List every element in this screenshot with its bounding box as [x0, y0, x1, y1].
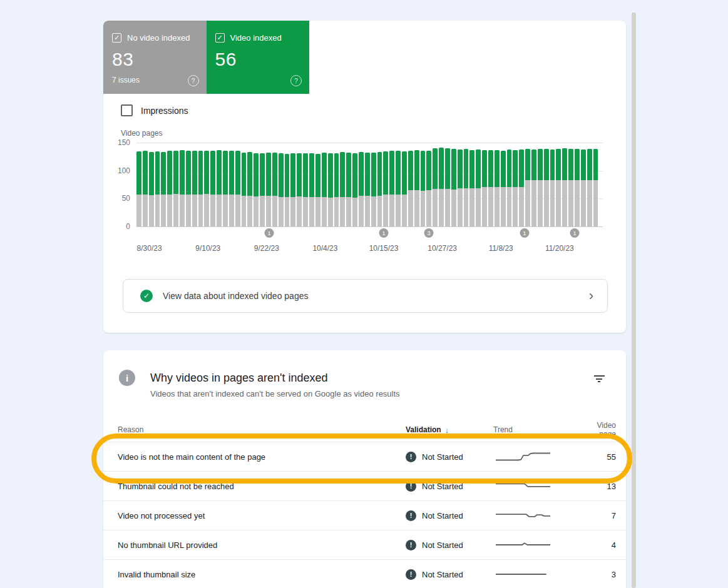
- bar[interactable]: [513, 150, 518, 226]
- bar[interactable]: [445, 148, 450, 226]
- issue-row[interactable]: Thumbnail could not be reached!Not Start…: [103, 471, 626, 500]
- bar[interactable]: [365, 153, 370, 226]
- bar[interactable]: [173, 151, 178, 226]
- bar[interactable]: [568, 149, 573, 226]
- bar[interactable]: [519, 150, 524, 226]
- bar[interactable]: [562, 148, 567, 226]
- bar[interactable]: [501, 151, 506, 226]
- bar[interactable]: [458, 150, 463, 226]
- annotation-badge[interactable]: 1: [520, 228, 529, 238]
- bar[interactable]: [346, 153, 351, 226]
- column-header-trend[interactable]: Trend: [493, 425, 578, 434]
- column-header-video-page[interactable]: Video page: [578, 421, 616, 438]
- bar[interactable]: [210, 151, 215, 226]
- bar[interactable]: [155, 151, 160, 226]
- bar[interactable]: [334, 153, 339, 226]
- annotation-badge[interactable]: 1: [570, 228, 580, 238]
- bar[interactable]: [192, 151, 197, 226]
- column-header-reason[interactable]: Reason: [118, 425, 406, 434]
- bar[interactable]: [167, 151, 172, 226]
- issue-row[interactable]: Video not processed yet!Not Started7: [103, 500, 626, 530]
- bar[interactable]: [544, 149, 549, 226]
- annotation-badge[interactable]: 1: [265, 228, 274, 238]
- annotation-badge[interactable]: 3: [424, 228, 434, 238]
- bar[interactable]: [469, 150, 474, 226]
- bar[interactable]: [266, 153, 271, 226]
- bar[interactable]: [414, 150, 419, 226]
- bar[interactable]: [389, 151, 394, 226]
- impressions-toggle[interactable]: Impressions: [121, 104, 188, 116]
- bar[interactable]: [359, 152, 364, 226]
- summary-tile-no-video-indexed[interactable]: ✓ No video indexed 83 7 issues ?: [103, 21, 207, 94]
- bar[interactable]: [303, 153, 308, 226]
- bar[interactable]: [204, 151, 209, 226]
- checkbox-checked-icon[interactable]: ✓: [215, 33, 225, 43]
- bar[interactable]: [247, 152, 252, 226]
- bar[interactable]: [254, 153, 259, 226]
- bar[interactable]: [507, 150, 512, 226]
- bar[interactable]: [149, 152, 154, 226]
- bar[interactable]: [285, 154, 290, 226]
- help-icon[interactable]: ?: [188, 75, 199, 86]
- bar[interactable]: [476, 150, 481, 226]
- bar[interactable]: [587, 149, 592, 226]
- help-icon[interactable]: ?: [290, 75, 302, 86]
- bar[interactable]: [161, 152, 166, 226]
- bar[interactable]: [402, 151, 407, 226]
- bar[interactable]: [408, 151, 413, 226]
- bar[interactable]: [143, 151, 148, 226]
- bar[interactable]: [464, 149, 469, 226]
- column-header-validation[interactable]: Validation ↓: [406, 425, 493, 435]
- issue-row[interactable]: Invalid thumbnail size!Not Started3: [103, 559, 626, 588]
- bar[interactable]: [538, 149, 543, 226]
- bar[interactable]: [593, 149, 598, 226]
- vertical-scrollbar[interactable]: [632, 13, 636, 588]
- bar[interactable]: [229, 151, 234, 226]
- bar[interactable]: [136, 151, 141, 226]
- issue-row[interactable]: Video is not the main content of the pag…: [103, 442, 626, 471]
- bar[interactable]: [322, 153, 327, 226]
- bar[interactable]: [495, 150, 500, 226]
- bar[interactable]: [223, 151, 228, 226]
- bar[interactable]: [556, 149, 561, 226]
- bar[interactable]: [328, 153, 333, 226]
- bar[interactable]: [279, 153, 284, 226]
- filter-icon[interactable]: [593, 375, 605, 384]
- checkbox-unchecked-icon[interactable]: [121, 104, 133, 116]
- bar[interactable]: [217, 150, 222, 226]
- bar[interactable]: [531, 150, 536, 226]
- issue-row[interactable]: No thumbnail URL provided!Not Started4: [103, 530, 626, 559]
- summary-tile-video-indexed[interactable]: ✓ Video indexed 56 ?: [207, 21, 310, 94]
- bar[interactable]: [575, 149, 580, 226]
- bar[interactable]: [180, 150, 185, 226]
- bar[interactable]: [525, 149, 530, 226]
- bar[interactable]: [290, 153, 295, 226]
- bar[interactable]: [235, 151, 240, 226]
- bar[interactable]: [383, 151, 388, 226]
- bar[interactable]: [550, 150, 555, 226]
- bar[interactable]: [581, 150, 586, 226]
- bar[interactable]: [297, 153, 302, 226]
- bar[interactable]: [272, 153, 277, 226]
- bar[interactable]: [315, 154, 320, 226]
- bar[interactable]: [340, 152, 345, 226]
- bar[interactable]: [260, 153, 265, 226]
- bar[interactable]: [198, 151, 203, 226]
- bar[interactable]: [426, 151, 431, 226]
- bar[interactable]: [421, 151, 426, 226]
- bar[interactable]: [396, 151, 401, 226]
- bar[interactable]: [451, 149, 456, 226]
- bar[interactable]: [433, 148, 438, 226]
- bar[interactable]: [309, 153, 314, 226]
- bar[interactable]: [482, 150, 487, 226]
- annotation-badge[interactable]: 1: [379, 228, 389, 238]
- bar[interactable]: [439, 148, 444, 226]
- view-indexed-data-banner[interactable]: ✓ View data about indexed video pages ›: [123, 279, 608, 313]
- bar[interactable]: [186, 151, 191, 226]
- bar[interactable]: [242, 153, 247, 226]
- bar[interactable]: [488, 150, 493, 226]
- bar[interactable]: [377, 152, 382, 226]
- bar[interactable]: [352, 153, 357, 226]
- bar[interactable]: [371, 153, 376, 226]
- checkbox-checked-icon[interactable]: ✓: [112, 33, 121, 43]
